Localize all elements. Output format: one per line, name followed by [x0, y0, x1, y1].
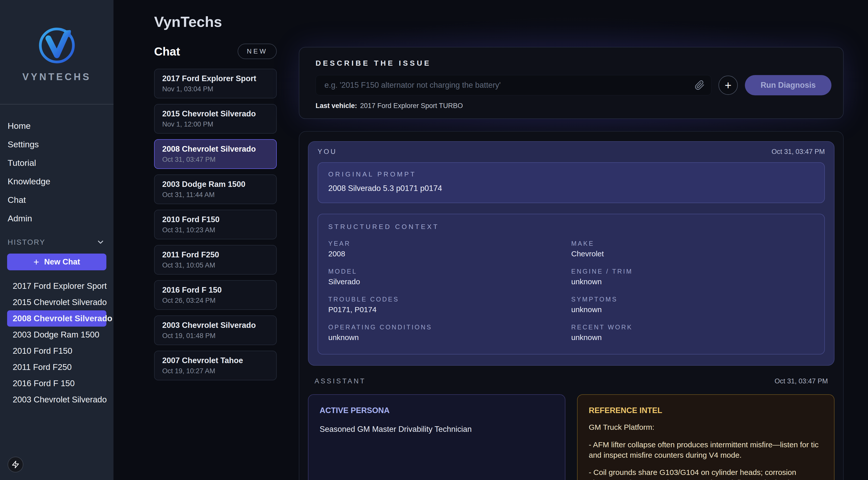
- plus-icon: +: [33, 257, 39, 267]
- chat-list-header: Chat NEW: [154, 44, 277, 59]
- assistant-timestamp: Oct 31, 03:47 PM: [775, 377, 828, 385]
- history-item-active[interactable]: 2008 Chevrolet Silverado: [7, 310, 106, 327]
- conversation-title: 2007 Chevrolet Tahoe: [162, 356, 269, 365]
- history-header[interactable]: HISTORY: [8, 238, 105, 246]
- context-field: RECENT WORK unknown: [571, 323, 814, 342]
- conversation-time: Oct 31, 11:44 AM: [162, 191, 269, 199]
- context-field: SYMPTOMS unknown: [571, 296, 814, 314]
- field-value: unknown: [571, 333, 814, 342]
- field-label: YEAR: [328, 240, 571, 247]
- conversation-card[interactable]: 2010 Ford F150 Oct 31, 10:23 AM: [154, 210, 277, 239]
- sidebar-item-home[interactable]: Home: [8, 117, 114, 135]
- attach-file-button[interactable]: [694, 80, 705, 91]
- conversation-title: 2003 Dodge Ram 1500: [162, 180, 269, 189]
- describe-issue-heading: DESCRIBE THE ISSUE: [316, 59, 832, 67]
- quick-actions-button[interactable]: [8, 457, 23, 472]
- conversation-card[interactable]: 2016 Ford F 150 Oct 26, 03:24 PM: [154, 280, 277, 310]
- field-value: unknown: [571, 277, 814, 286]
- intel-line: - AFM lifter collapse often produces int…: [589, 440, 823, 460]
- conversation-title: 2008 Chevrolet Silverado: [162, 144, 269, 154]
- describe-input-row: + Run Diagnosis: [316, 75, 832, 95]
- structured-context-label: STRUCTURED CONTEXT: [328, 223, 814, 231]
- user-timestamp: Oct 31, 03:47 PM: [772, 148, 825, 156]
- structured-context-grid: YEAR 2008 MAKE Chevrolet MODEL Silverado…: [328, 240, 814, 342]
- chat-list-panel: Chat NEW 2017 Ford Explorer Sport Nov 1,…: [154, 44, 277, 380]
- conversation-card[interactable]: 2003 Dodge Ram 1500 Oct 31, 11:44 AM: [154, 174, 277, 204]
- reference-intel-body: GM Truck Platform: - AFM lifter collapse…: [589, 422, 823, 480]
- original-prompt-label: ORIGINAL PROMPT: [328, 170, 814, 178]
- last-vehicle-value: 2017 Ford Explorer Sport TURBO: [360, 102, 463, 109]
- field-label: MAKE: [571, 240, 814, 247]
- history-item[interactable]: 2017 Ford Explorer Sport: [7, 278, 106, 294]
- chat-heading: Chat: [154, 45, 180, 58]
- assistant-role-label: ASSISTANT: [315, 377, 366, 385]
- history-item[interactable]: 2003 Chevrolet Silverado: [7, 391, 106, 408]
- conversation-card[interactable]: 2017 Ford Explorer Sport Nov 1, 03:04 PM: [154, 69, 277, 98]
- history-item[interactable]: 2016 Ford F 150: [7, 375, 106, 391]
- history-item[interactable]: 2003 Dodge Ram 1500: [7, 327, 106, 343]
- chevron-down-icon[interactable]: [96, 238, 105, 246]
- sidebar-item-knowledge[interactable]: Knowledge: [8, 172, 114, 191]
- field-value: Chevrolet: [571, 249, 814, 258]
- conversation-card[interactable]: 2015 Chevrolet Silverado Nov 1, 12:00 PM: [154, 104, 277, 134]
- app-window: VYNTECHS Home Settings Tutorial Knowledg…: [0, 0, 868, 480]
- field-value: unknown: [328, 333, 571, 342]
- field-label: MODEL: [328, 268, 571, 275]
- active-persona-title: ACTIVE PERSONA: [320, 406, 554, 415]
- brand-block: VYNTECHS: [0, 0, 114, 104]
- sidebar-item-chat[interactable]: Chat: [8, 191, 114, 209]
- new-badge[interactable]: NEW: [238, 44, 277, 59]
- vyntechs-logo-icon: [34, 22, 79, 66]
- original-prompt-card: ORIGINAL PROMPT 2008 Silverado 5.3 p0171…: [318, 162, 825, 203]
- field-value: 2008: [328, 249, 571, 258]
- describe-issue-panel: DESCRIBE THE ISSUE + Run Diagnosis Last …: [299, 47, 844, 119]
- sidebar-item-settings[interactable]: Settings: [8, 135, 114, 154]
- conversation-time: Oct 31, 10:23 AM: [162, 226, 269, 234]
- new-chat-button[interactable]: + New Chat: [7, 253, 106, 270]
- issue-input-wrap: [316, 75, 711, 95]
- sidebar-item-admin[interactable]: Admin: [8, 209, 114, 228]
- field-value: unknown: [571, 305, 814, 314]
- field-value: P0171, P0174: [328, 305, 571, 314]
- conversation-title: 2003 Chevrolet Silverado: [162, 321, 269, 330]
- add-context-button[interactable]: +: [718, 75, 738, 95]
- user-message-card: YOU Oct 31, 03:47 PM ORIGINAL PROMPT 200…: [308, 141, 835, 366]
- field-label: TROUBLE CODES: [328, 296, 571, 303]
- field-label: OPERATING CONDITIONS: [328, 323, 571, 331]
- context-field: ENGINE / TRIM unknown: [571, 268, 814, 286]
- context-field: MODEL Silverado: [328, 268, 571, 286]
- sidebar: VYNTECHS Home Settings Tutorial Knowledg…: [0, 0, 114, 480]
- conversation-panel: YOU Oct 31, 03:47 PM ORIGINAL PROMPT 200…: [299, 131, 844, 480]
- conversation-time: Oct 31, 03:47 PM: [162, 156, 269, 164]
- last-vehicle-label: Last vehicle:: [316, 102, 357, 109]
- conversation-time: Oct 19, 10:27 AM: [162, 367, 269, 375]
- field-label: SYMPTOMS: [571, 296, 814, 303]
- field-value: Silverado: [328, 277, 571, 286]
- history-item[interactable]: 2011 Ford F250: [7, 359, 106, 375]
- conversation-title: 2016 Ford F 150: [162, 285, 269, 295]
- history-item[interactable]: 2010 Ford F150: [7, 343, 106, 359]
- history-list: 2017 Ford Explorer Sport 2015 Chevrolet …: [7, 278, 106, 408]
- field-label: RECENT WORK: [571, 323, 814, 331]
- user-message-header: YOU Oct 31, 03:47 PM: [318, 148, 825, 156]
- user-role-label: YOU: [318, 148, 337, 156]
- conversation-time: Oct 26, 03:24 PM: [162, 297, 269, 305]
- conversation-title: 2011 Ford F250: [162, 250, 269, 260]
- conversation-card[interactable]: 2003 Chevrolet Silverado Oct 19, 01:48 P…: [154, 315, 277, 345]
- context-field: YEAR 2008: [328, 240, 571, 258]
- run-diagnosis-button[interactable]: Run Diagnosis: [745, 75, 832, 95]
- assistant-message-header: ASSISTANT Oct 31, 03:47 PM: [308, 377, 835, 385]
- history-item[interactable]: 2015 Chevrolet Silverado: [7, 294, 106, 310]
- conversation-title: 2010 Ford F150: [162, 215, 269, 224]
- conversation-card-active[interactable]: 2008 Chevrolet Silverado Oct 31, 03:47 P…: [154, 139, 277, 169]
- issue-input[interactable]: [316, 75, 711, 95]
- new-chat-label: New Chat: [44, 258, 80, 267]
- brand-name: VYNTECHS: [22, 71, 91, 82]
- context-field: OPERATING CONDITIONS unknown: [328, 323, 571, 342]
- history-label: HISTORY: [8, 238, 45, 246]
- conversation-card[interactable]: 2011 Ford F250 Oct 31, 10:05 AM: [154, 245, 277, 275]
- active-persona-body: Seasoned GM Master Drivability Technicia…: [320, 425, 554, 434]
- assistant-cards-row: ACTIVE PERSONA Seasoned GM Master Drivab…: [308, 394, 835, 480]
- conversation-card[interactable]: 2007 Chevrolet Tahoe Oct 19, 10:27 AM: [154, 351, 277, 380]
- sidebar-item-tutorial[interactable]: Tutorial: [8, 154, 114, 172]
